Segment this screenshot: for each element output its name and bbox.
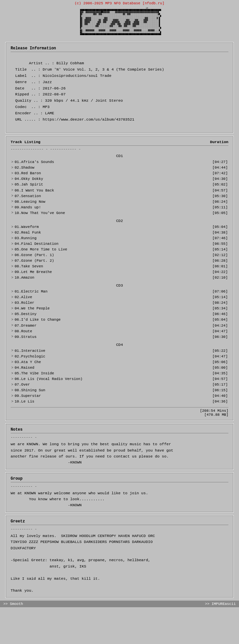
table-row: >05.One More Time to Live [05:14] [11, 247, 228, 252]
release-info-title: Release Information [11, 46, 228, 52]
table-row: >06.I Want You Back [04:57] [11, 188, 228, 193]
group-title: Group [11, 476, 228, 482]
release-info-box: Release Information Artist .. : Billy Co… [5, 42, 234, 134]
track-left: >03.Red Baron [11, 171, 41, 176]
cd1-tracks: >01.Africa's Sounds [04:27] >02.Shadow [… [11, 159, 228, 216]
footer-left: >> Smooth [3, 602, 23, 606]
cd4-label: CD4 [11, 343, 228, 347]
totals: [208:54 Mins] [470.88 MB] [11, 407, 228, 417]
arrow-icon: > [11, 354, 13, 359]
table-row: >09.Hands up! [05:11] [11, 205, 228, 210]
track-left: >04.Okky Dokky [11, 176, 43, 182]
arrow-icon: > [11, 205, 13, 210]
table-row: >03.Roller [08:24] [11, 300, 228, 306]
footer-bar: >> Smooth >> IMPUREascii [0, 601, 239, 607]
arrow-icon: > [11, 377, 13, 382]
track-left: >01.Africa's Sounds [11, 159, 54, 165]
arrow-icon: > [11, 199, 13, 204]
table-row: >05.Jah Spirit [05:02] [11, 182, 228, 188]
track-header: Track Listing Duration [11, 140, 228, 146]
group-dash: ---------- - [11, 484, 228, 488]
arrow-icon: > [11, 317, 13, 323]
table-row: >06.I'd Like to Change [05:04] [11, 317, 228, 323]
copyright-bar: (c) 2006-2025 MP3 NFO Database [nfodb.ru… [0, 0, 239, 6]
arrow-icon: > [11, 236, 13, 241]
track-left: >08.Leaving Now [11, 199, 45, 205]
track-left: >02.Shadow [11, 165, 34, 171]
arrow-icon: > [11, 182, 13, 188]
arrow-icon: > [11, 258, 13, 264]
greetz-box: Greetz ---------- - All my lovely mates.… [5, 515, 234, 598]
arrow-icon: > [11, 275, 13, 281]
arrow-icon: > [11, 188, 13, 193]
total-time: [208:54 Mins] [11, 409, 228, 413]
table-row: >09.Let Me Breathe [04:22] [11, 269, 228, 275]
arrow-icon: > [11, 165, 13, 171]
table-row: >08.Leaving Now [06:24] [11, 199, 228, 205]
arrow-icon: > [11, 348, 13, 353]
table-row: >02.Real Funk [04:38] [11, 230, 228, 236]
table-row: >03.Running [07:46] [11, 236, 228, 241]
notes-box: Notes ---------- - we are KNOWN. We long… [5, 423, 234, 470]
notes-dash: ---------- - [11, 435, 228, 439]
arrow-icon: > [11, 230, 13, 236]
greetz-title: Greetz [11, 519, 228, 525]
table-row: >04.We the People [05:34] [11, 306, 228, 311]
table-row: >08.Shining Sun [06:15] [11, 388, 228, 393]
total-size: [470.88 MB] [11, 413, 228, 417]
arrow-icon: > [11, 295, 13, 300]
cd3-tracks: >01.Electric Man [07:06] >02.Alive [05:1… [11, 289, 228, 340]
arrow-icon: > [11, 334, 13, 340]
dash-line-1: --------------- - ------------ - [11, 147, 228, 151]
table-row: >07.Over [05:17] [11, 382, 228, 388]
track-listing-header: Track Listing [11, 140, 40, 144]
table-row: >01.Electric Man [07:06] [11, 289, 228, 295]
copyright-text: (c) 2006-2025 MP3 NFO Database [nfodb.ru… [75, 1, 165, 5]
arrow-icon: > [11, 306, 13, 311]
arrow-icon: > [11, 160, 13, 165]
table-row: >10.Now That You've Gone [05:05] [11, 210, 228, 216]
arrow-icon: > [11, 394, 13, 399]
cd2-tracks: >01.Waveform [05:04] >02.Real Funk [04:3… [11, 224, 228, 281]
arrow-icon: > [11, 312, 13, 317]
group-content: We at KNOWN warmly welcome anyone who wo… [11, 490, 228, 509]
track-left: >09.Hands up! [11, 205, 41, 210]
table-row: >02.Alive [05:14] [11, 295, 228, 300]
table-row: >09.Superstar [04:40] [11, 393, 228, 399]
arrow-icon: > [11, 225, 13, 230]
table-row: >05.Destiny [06:46] [11, 311, 228, 317]
arrow-icon: > [11, 193, 13, 199]
arrow-icon: > [11, 399, 13, 404]
table-row: >01.Interactive [05:22] [11, 348, 228, 354]
group-box: Group ---------- - We at KNOWN warmly we… [5, 472, 234, 512]
track-listing-box: Track Listing Duration --------------- -… [5, 136, 234, 421]
table-row: >09.Stratus [06:30] [11, 334, 228, 340]
arrow-icon: > [11, 300, 13, 306]
table-row: >04.Okky Dokky [04:30] [11, 176, 228, 182]
track-left: >07.Sensation [11, 193, 41, 199]
table-row: >04.Raised [05:00] [11, 365, 228, 371]
arrow-icon: > [11, 171, 13, 176]
cd2-label: CD2 [11, 219, 228, 223]
track-left: >10.Now That You've Gone [11, 210, 65, 216]
duration-header: Duration [210, 140, 228, 144]
cd1-label: CD1 [11, 154, 228, 158]
arrow-icon: > [11, 371, 13, 376]
table-row: >10.Le Lis [04:36] [11, 399, 228, 404]
arrow-icon: > [11, 388, 13, 393]
arrow-icon: > [11, 382, 13, 388]
table-row: >06.Le Lis (Vocal Radio Version) [04:57] [11, 376, 228, 382]
table-row: >07.Ozone (Part. 2) [06:28] [11, 258, 228, 264]
page-wrapper: (c) 2006-2025 MP3 NFO Database [nfodb.ru… [0, 0, 239, 607]
arrow-icon: > [11, 247, 13, 252]
arrow-icon: > [11, 210, 13, 216]
notes-content: we are KNOWN. We long to bring you the b… [11, 441, 228, 466]
arrow-icon: > [11, 323, 13, 328]
table-row: >02.Psychologic [04:47] [11, 354, 228, 359]
arrow-icon: > [11, 264, 13, 269]
track-left: >05.Jah Spirit [11, 182, 43, 188]
release-info-content: Artist .. : Billy Cobham Title .. : Drum… [11, 54, 228, 130]
table-row: >08.Take Seven [06:01] [11, 264, 228, 269]
table-row: >07.Dreamer [04:24] [11, 323, 228, 329]
arrow-icon: > [11, 270, 13, 275]
